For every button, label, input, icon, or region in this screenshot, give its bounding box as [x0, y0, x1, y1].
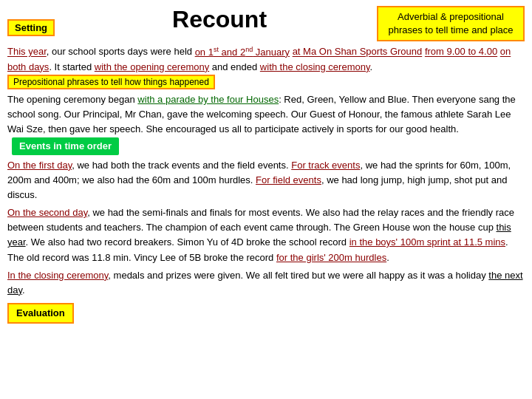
- content-area: This year, our school sports days were h…: [7, 44, 525, 324]
- paragraph-5: In the closing ceremony, medals and priz…: [7, 268, 525, 298]
- events-in-time-order: Events in time order: [12, 137, 119, 155]
- p2-a: The opening ceremony began: [7, 94, 137, 105]
- for-girls-record: for the girls' 200m hurdles: [276, 252, 386, 263]
- with-closing: with the closing ceremony: [260, 61, 370, 72]
- adverbial-box: Adverbial & prepositional phrases to tel…: [377, 6, 525, 41]
- header-row: Setting Recount Adverbial & prepositiona…: [7, 6, 525, 41]
- from-time: from 9.00 to 4.00: [425, 47, 497, 58]
- p5-a: , medals and prizes were given. We all f…: [108, 270, 488, 281]
- in-boys-record: in the boys' 100m sprint at 11.5 mins: [349, 236, 505, 248]
- at-ma: at Ma On Shan Sports Ground: [293, 47, 423, 58]
- for-field: For field events: [256, 174, 321, 185]
- setting-label: Setting: [7, 19, 55, 36]
- p1-period: .: [369, 61, 372, 72]
- evaluation-label: Evaluation: [7, 303, 74, 324]
- p1-f: and ended: [209, 61, 260, 72]
- on-first-day: On the first day: [7, 160, 72, 171]
- p3-a: , we had both the track events and the f…: [72, 160, 291, 171]
- paragraph-1: This year, our school sports days were h…: [7, 44, 525, 89]
- paragraph-3: On the first day, we had both the track …: [7, 158, 525, 202]
- paragraph-4: On the second day, we had the semi-final…: [7, 205, 525, 265]
- p4-b: . We also had two record breakers. Simon…: [26, 236, 349, 248]
- p4-d: .: [386, 252, 389, 263]
- page-title: Recount: [62, 6, 377, 33]
- on-1st: on 1st and 2nd January: [195, 47, 290, 58]
- paragraph-2: The opening ceremony began with a parade…: [7, 92, 525, 155]
- for-track: For track events: [291, 160, 360, 171]
- with-opening: with the opening ceremony: [95, 61, 209, 72]
- prepositional-tooltip: Prepositional phrases to tell how things…: [7, 75, 215, 89]
- with-parade: with a parade by the four Houses: [137, 94, 279, 105]
- p1-e: . It started: [49, 61, 94, 72]
- p1-a: , our school sports days were held: [47, 47, 195, 58]
- page: Setting Recount Adverbial & prepositiona…: [0, 0, 532, 399]
- in-closing: In the closing ceremony: [7, 270, 108, 281]
- on-second-day: On the second day: [7, 207, 87, 218]
- this-year: This year: [7, 47, 47, 58]
- p5-b: .: [22, 284, 25, 296]
